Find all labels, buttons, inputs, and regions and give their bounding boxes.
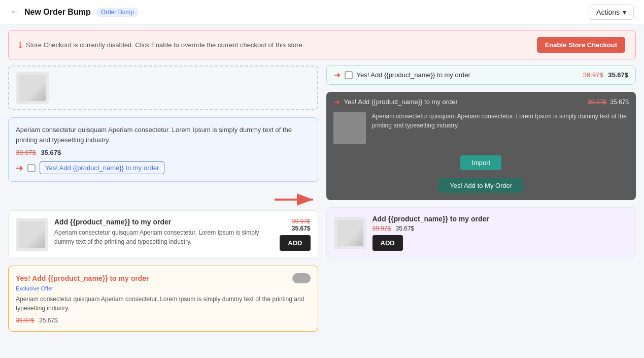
actions-label: Actions [596,8,620,16]
dark-description: Aperiam consectetur quisquam Aperiam con… [372,112,629,144]
alert-message: Store Checkout is currently disabled. Cl… [26,41,304,49]
style3-info: Add {{product_name}} to my order Aperiam… [54,218,311,251]
dark-new-price: 35.67$ [610,99,629,106]
cta-checkbox[interactable] [27,164,36,172]
style4-old-price: 39.97$ [16,317,35,324]
style3-card: Add {{product_name}} to my order Aperiam… [8,210,318,258]
add-to-order-button[interactable]: Yes! Add to My Order [438,178,523,193]
style4-description: Aperiam consectetur quisquam Aperiam con… [16,295,311,313]
style3r-old-price: 39.97$ [372,225,391,232]
enable-store-checkout-button[interactable]: Enable Store Checkout [537,37,625,53]
style1-description: Aperiam consectetur quisquam Aperiam con… [16,125,311,145]
style1-old-price: 39.97$ [16,149,36,156]
alert-left: ℹ Store Checkout is currently disabled. … [19,40,304,50]
style2-card: ➜ Yes! Add {{product_name}} to my order … [326,66,636,85]
header: ← New Order Bump Order Bump Actions ▾ [0,0,644,24]
style3r-info: Add {{product_name}} to my order 39.97$ … [372,215,629,251]
style1-price: 39.97$ 35.67$ [16,149,311,156]
style2-arrow-icon: ➜ [334,70,341,80]
arrow-right-icon: ➜ [16,162,23,174]
info-icon: ℹ [19,40,22,50]
style4-prices: 39.97$ 35.67$ [16,317,311,324]
style3-body: Add {{product_name}} to my order Aperiam… [9,211,318,258]
dark-prices: 39.97$ 35.67$ [588,99,629,106]
style3r-prices: 39.97$ 35.67$ [372,225,629,232]
style1-new-price: 35.67$ [41,149,61,156]
style3r-add-button[interactable]: ADD [372,235,403,251]
style4-cta-row: Yes! Add {{product_name}} to my order [16,273,311,283]
actions-button[interactable]: Actions ▾ [589,5,634,20]
style4-card: Yes! Add {{product_name}} to my order Ex… [8,266,318,332]
dark-actions: Import [326,149,636,176]
main-content: Aperiam consectetur quisquam Aperiam con… [0,66,644,347]
style3r-body: Add {{product_name}} to my order 39.97$ … [327,208,636,258]
dark-body: Aperiam consectetur quisquam Aperiam con… [326,112,636,149]
chevron-down-icon: ▾ [623,8,626,16]
style2-header-left: ➜ Yes! Add {{product_name}} to my order [334,70,470,80]
order-bump-badge: Order Bump [96,8,139,17]
style4-toggle[interactable] [292,273,311,283]
style4-body: Yes! Add {{product_name}} to my order Ex… [9,266,318,331]
dark-preview-card: ➜ Yes! Add {{product_name}} to my order … [326,92,636,200]
left-column: Aperiam consectetur quisquam Aperiam con… [8,66,322,339]
style1-card: Aperiam consectetur quisquam Aperiam con… [8,117,318,182]
arrow-row [8,189,318,210]
style3-old-price: 39.97$ [280,218,310,225]
right-column: ➜ Yes! Add {{product_name}} to my order … [322,66,636,339]
style3-product-image [16,218,48,251]
style2-prices: 39.97$ 35.67$ [583,71,628,79]
style3r-new-price: 35.67$ [396,225,415,232]
style2-header: ➜ Yes! Add {{product_name}} to my order … [327,66,636,84]
back-button[interactable]: ← [10,7,19,17]
dark-arrow-icon: ➜ [333,97,340,107]
product-image [16,72,49,104]
big-red-arrow [273,192,318,207]
style1-cta-row: ➜ Yes! Add {{product_name}} to my order [16,161,311,174]
style3r-title: Add {{product_name}} to my order [372,215,629,223]
style2-old-price: 39.97$ [583,71,603,79]
partial-preview-card [8,66,318,110]
header-left: ← New Order Bump Order Bump [10,7,139,17]
dark-btn-row: Yes! Add to My Order [326,176,636,200]
style3r-product-image [334,217,366,249]
style4-new-price: 35.67$ [39,317,58,324]
style4-cta-label: Yes! Add {{product_name}} to my order [16,274,149,282]
dark-old-price: 39.97$ [588,99,606,106]
style3-description: Aperiam consectetur quisquam Aperiam con… [54,228,275,246]
dark-card-header: ➜ Yes! Add {{product_name}} to my order … [326,92,636,112]
dark-product-image [333,112,366,144]
style3-add-button[interactable]: ADD [280,235,310,251]
style3-new-price: 35.67$ [280,225,310,232]
import-button[interactable]: Import [460,155,501,170]
alert-banner: ℹ Store Checkout is currently disabled. … [8,30,636,59]
exclusive-badge: Exclusive Offer [16,285,311,291]
style2-cta-label: Yes! Add {{product_name}} to my order [357,71,470,79]
style2-checkbox[interactable] [345,71,353,79]
style1-cta-label: Yes! Add {{product_name}} to my order [40,161,164,174]
page-title: New Order Bump [24,8,91,17]
style3-title: Add {{product_name}} to my order [54,218,275,226]
style3r-card: Add {{product_name}} to my order 39.97$ … [326,207,636,258]
style2-new-price: 35.67$ [608,71,628,79]
dark-cta-label: Yes! Add {{product_name}} to my order [344,98,458,106]
